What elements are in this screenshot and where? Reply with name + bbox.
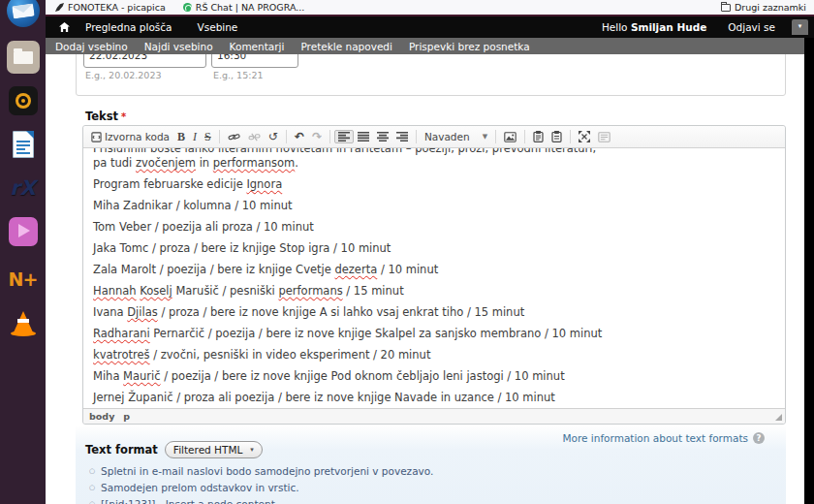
username[interactable]: Smiljan Hude [631, 21, 706, 33]
align-center-button[interactable] [354, 130, 373, 143]
align-justify-button[interactable] [392, 130, 412, 143]
source-label: Izvorna koda [105, 131, 170, 142]
source-button[interactable]: Izvorna koda [87, 129, 173, 144]
anchor-button[interactable]: ↺ [265, 129, 282, 144]
vlc-icon[interactable] [7, 307, 40, 340]
editor-toolbar: Izvorna koda B I S [83, 126, 785, 148]
admin-menu-content[interactable]: Vsebine [198, 21, 238, 33]
rx-app-icon[interactable]: rX [7, 172, 40, 205]
logout-link[interactable]: Odjavi se [728, 21, 775, 33]
audio-player-icon[interactable] [7, 84, 40, 117]
paragraph-format-select[interactable]: Navaden ▼ [421, 129, 491, 144]
admin-menu-dashboard[interactable]: Pregledna plošča [85, 21, 172, 33]
video-player-icon[interactable] [7, 215, 40, 248]
date-help-text: E.g., 20.02.2023 [85, 70, 162, 80]
play-triangle [18, 224, 30, 237]
shortcut-comments[interactable]: Komentarji [230, 41, 285, 52]
bookmark-rs-chat[interactable]: RŠ Chat | NA PROGRA... [183, 2, 305, 13]
image-icon [504, 132, 517, 142]
time-help-text: E.g., 15:21 [213, 70, 264, 80]
editor-paragraph: Jernej Županič / proza ali poezija / ber… [93, 392, 775, 404]
bold-button[interactable]: B [173, 128, 189, 146]
toolbar-separator [524, 130, 525, 143]
text-format-value: Filtered HTML [173, 444, 242, 456]
bullet-icon: ○ [89, 500, 95, 504]
shortcut-posts-without-recording[interactable]: Prispevki brez posnetka [409, 41, 530, 52]
editor-paragraph: Ivana Djilas / proza / bere iz nove knji… [93, 306, 775, 319]
shortcut-past-announcements[interactable]: Pretekle napovedi [300, 41, 392, 52]
editor-paragraph: Radharani Pernarčič / poezija / bere iz … [93, 328, 775, 340]
element-path-body[interactable]: body [89, 411, 114, 422]
greeting-prefix: Hello [602, 21, 628, 33]
vlc-stripe [17, 319, 29, 323]
editor-paragraph: Program februarske edicije Ignora [93, 178, 775, 191]
bookmark-label: RŠ Chat | NA PROGRA... [196, 2, 305, 13]
file-manager-icon[interactable] [7, 41, 40, 74]
editor-content[interactable]: Prisluhnili boste lahko literarnim novit… [83, 148, 785, 408]
italic-button[interactable]: I [189, 128, 201, 146]
source-icon [91, 132, 102, 142]
editor-status-bar: body p [83, 408, 785, 424]
align-left-button[interactable] [334, 130, 354, 143]
align-justify-icon [396, 132, 408, 142]
tip-text: Samodejen prelom odstavkov in vrstic. [101, 482, 298, 493]
thunderbird-icon[interactable] [7, 0, 40, 27]
shortcut-find-content[interactable]: Najdi vsebino [144, 41, 213, 52]
required-marker: * [121, 111, 126, 122]
editor-paragraph: kvatrotreš / zvočni, pesniški in video e… [93, 349, 775, 362]
other-bookmarks-button[interactable]: Drugi zaznamki [721, 2, 806, 13]
chevron-down-icon: ▾ [250, 446, 254, 454]
maximize-button[interactable] [575, 129, 594, 144]
link-icon [228, 132, 240, 142]
screen: rX N+ FONOTEKA - picapica RŠ Chat | NA P… [0, 0, 814, 504]
other-bookmarks-label: Drugi zaznamki [735, 2, 806, 13]
image-button[interactable] [500, 130, 520, 144]
show-blocks-icon [598, 132, 610, 142]
redo-button[interactable]: ↷ [308, 129, 326, 144]
more-info-link[interactable]: More information about text formats [562, 432, 748, 444]
time-input[interactable]: 16:30 [211, 54, 298, 68]
show-blocks-button[interactable] [594, 130, 614, 144]
home-icon[interactable] [59, 22, 70, 33]
editor-paragraph: Prisluhnili boste lahko literarnim novit… [93, 148, 775, 155]
chevron-down-icon: ▼ [483, 133, 487, 141]
toolbar-separator [286, 130, 287, 143]
paste-from-word-icon [533, 131, 544, 142]
paste-plain-text-button[interactable] [548, 129, 566, 144]
resize-handle[interactable] [775, 414, 782, 421]
filter-tip: ○ Samodejen prelom odstavkov in vrstic. [89, 482, 433, 493]
bookmark-fonoteka[interactable]: FONOTEKA - picapica [55, 2, 166, 13]
editor-paragraph: pa tudi zvočenjem in performansom. [93, 157, 775, 170]
admin-toolbar: Pregledna plošča Vsebine Hello Smiljan H… [46, 16, 814, 38]
editor-paragraph: Zala Marolt / poezija / bere iz knjige C… [93, 264, 775, 276]
shortcut-add-content[interactable]: Dodaj vsebino [55, 41, 128, 52]
undo-button[interactable]: ↶ [291, 129, 308, 144]
nplus-app-icon[interactable]: N+ [7, 264, 40, 297]
admin-bar-toggle-button[interactable]: ▾ [792, 19, 808, 35]
unlink-button[interactable] [244, 130, 265, 144]
link-button[interactable] [224, 130, 244, 144]
writer-icon[interactable] [7, 128, 40, 161]
filter-tip: ○ Spletni in e-mail naslovi bodo samodej… [89, 465, 433, 477]
shortcut-bar: Dodaj vsebino Najdi vsebino Komentarji P… [46, 38, 814, 54]
time-value: 16:30 [217, 54, 246, 64]
bullet-icon: ○ [89, 467, 95, 475]
align-right-button[interactable] [373, 130, 392, 143]
maximize-icon [579, 131, 590, 142]
text-format-select[interactable]: Filtered HTML ▾ [165, 441, 263, 458]
format-row: Text format Filtered HTML ▾ [85, 441, 263, 458]
paste-plain-text-icon [551, 131, 562, 142]
strikethrough-button[interactable]: S [201, 128, 215, 146]
date-input[interactable]: 22.02.2023 [83, 54, 206, 68]
toolbar-separator [416, 130, 417, 143]
unlink-icon [248, 132, 261, 142]
editor-paragraph: Jaka Tomc / proza / bere iz knjige Stop … [93, 242, 775, 255]
feather-icon [55, 3, 64, 12]
vlc-base [11, 331, 36, 336]
help-icon[interactable]: ? [753, 432, 765, 444]
element-path-p[interactable]: p [123, 411, 130, 422]
paste-from-word-button[interactable] [529, 129, 548, 144]
align-left-icon [338, 132, 350, 142]
folder-outline-icon [721, 4, 731, 12]
bookmark-label: FONOTEKA - picapica [68, 2, 166, 13]
